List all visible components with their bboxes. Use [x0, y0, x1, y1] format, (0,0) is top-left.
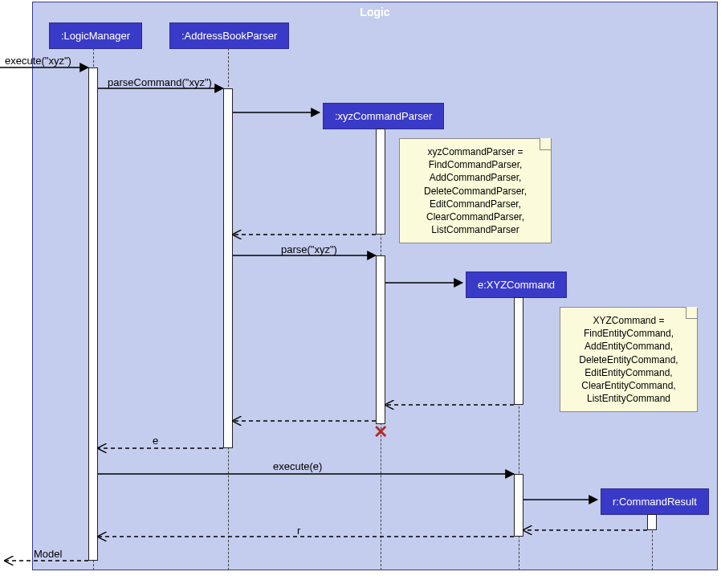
participant-address-book-parser: :AddressBookParser	[169, 22, 289, 49]
msg-execute-xyz: execute("xyz")	[5, 55, 71, 67]
note-parser-text: xyzCommandParser = FindCommandParser, Ad…	[424, 146, 527, 235]
msg-model: Model	[34, 548, 62, 560]
participant-command-result: r:CommandResult	[601, 488, 709, 515]
activation-logic-manager	[88, 67, 98, 561]
note-xyz-command-parser: xyzCommandParser = FindCommandParser, Ad…	[399, 138, 552, 243]
destroy-xyz-command-parser: ✕	[373, 422, 388, 443]
activation-xyz-parser-create	[376, 129, 385, 235]
activation-command-result	[647, 514, 657, 530]
msg-return-r: r	[297, 525, 300, 537]
participant-xyz-command-parser: :xyzCommandParser	[323, 103, 444, 129]
note-xyz-command: XYZCommand = FindEntityCommand, AddEntit…	[560, 307, 698, 412]
activation-xyz-parser-parse	[376, 255, 385, 424]
activation-address-book-parser	[223, 88, 233, 448]
activation-xyz-command-create	[514, 297, 523, 405]
note-command-text: XYZCommand = FindEntityCommand, AddEntit…	[579, 315, 678, 404]
msg-parse: parse("xyz")	[281, 243, 337, 255]
msg-parse-command: parseCommand("xyz")	[108, 76, 212, 88]
participant-logic-manager: :LogicManager	[49, 22, 142, 49]
msg-execute-e: execute(e)	[273, 460, 322, 472]
frame-title: Logic	[360, 6, 389, 18]
participant-xyz-command: e:XYZCommand	[466, 272, 567, 298]
msg-return-e: e	[153, 435, 158, 447]
activation-xyz-command-execute	[514, 474, 523, 537]
